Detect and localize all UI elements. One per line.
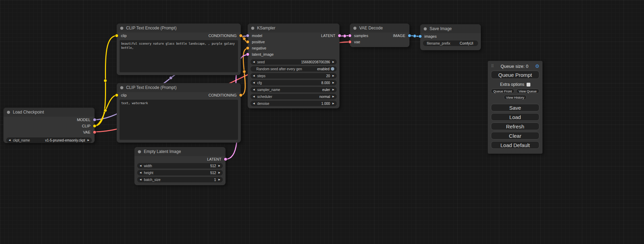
latent-slot-dot[interactable] bbox=[338, 34, 341, 37]
increment-arrow-icon[interactable]: ▶ bbox=[333, 80, 334, 85]
increment-arrow-icon[interactable]: ▶ bbox=[219, 177, 220, 182]
settings-gear-icon[interactable]: ⚙ bbox=[535, 63, 539, 69]
node-load-checkpoint[interactable]: Load Checkpoint MODEL CLIP VAE ◀ ckpt_na… bbox=[3, 108, 95, 143]
model-slot-dot[interactable] bbox=[246, 34, 249, 37]
widget-width[interactable]: ◀ width 512 ▶ bbox=[137, 163, 223, 169]
node-ksampler[interactable]: KSampler model LATENT positive negative … bbox=[248, 24, 339, 108]
conditioning-slot-dot[interactable] bbox=[239, 34, 242, 37]
widget-cfg[interactable]: ◀ cfg 8.000 ▶ bbox=[250, 80, 337, 85]
comfyui-graph-canvas[interactable]: { "colors": { "model": "#B39DDB", "clip"… bbox=[0, 0, 644, 244]
latent-slot-dot[interactable] bbox=[224, 158, 227, 161]
node-clip-text-encode-negative[interactable]: CLIP Text Encode (Prompt) clip CONDITION… bbox=[117, 83, 241, 143]
latent-slot-dot[interactable] bbox=[246, 53, 249, 56]
node-clip-text-encode-positive[interactable]: CLIP Text Encode (Prompt) clip CONDITION… bbox=[117, 24, 241, 75]
widget-filename-prefix[interactable]: filename_prefix ComfyUI bbox=[423, 40, 478, 46]
conditioning-slot-dot[interactable] bbox=[246, 47, 249, 49]
prompt-text-input[interactable]: beautiful scenery nature glass bottle la… bbox=[120, 40, 238, 72]
combo-right-arrow-icon[interactable]: ▶ bbox=[333, 94, 334, 99]
combo-left-arrow-icon[interactable]: ◀ bbox=[253, 94, 255, 99]
node-title-bar[interactable]: Load Checkpoint bbox=[3, 108, 95, 117]
load-button[interactable]: Load bbox=[491, 113, 539, 121]
widget-label: scheduler bbox=[257, 95, 272, 99]
image-slot-dot[interactable] bbox=[408, 34, 411, 37]
widget-batch-size[interactable]: ◀ batch_size 1 ▶ bbox=[137, 177, 223, 182]
load-default-button[interactable]: Load Default bbox=[491, 141, 539, 149]
queue-menu-panel: ⠿ Queue size: 0 ⚙ Queue Prompt Extra opt… bbox=[488, 61, 542, 154]
output-slot-latent: LATENT bbox=[134, 156, 226, 162]
clip-slot-dot[interactable] bbox=[115, 34, 118, 37]
conditioning-slot-dot[interactable] bbox=[246, 40, 249, 43]
collapse-dot-icon[interactable] bbox=[120, 86, 123, 89]
node-empty-latent-image[interactable]: Empty Latent Image LATENT ◀ width 512 ▶ … bbox=[134, 147, 226, 185]
node-title-bar[interactable]: CLIP Text Encode (Prompt) bbox=[117, 24, 241, 33]
extra-options-row: Extra options bbox=[491, 82, 539, 87]
view-queue-button[interactable]: View Queue bbox=[516, 89, 540, 93]
input-label: latent_image bbox=[252, 51, 274, 57]
node-title-bar[interactable]: VAE Decode bbox=[350, 24, 409, 33]
prompt-text-input[interactable]: text, watermark bbox=[120, 100, 238, 140]
widget-height[interactable]: ◀ height 512 ▶ bbox=[137, 170, 223, 175]
increment-arrow-icon[interactable]: ▶ bbox=[333, 59, 334, 65]
spacer bbox=[491, 101, 539, 104]
queue-front-button[interactable]: Queue Front bbox=[491, 89, 514, 93]
input-slot-negative: negative bbox=[248, 45, 339, 51]
decrement-arrow-icon[interactable]: ◀ bbox=[253, 80, 255, 85]
decrement-arrow-icon[interactable]: ◀ bbox=[140, 170, 141, 175]
combo-left-arrow-icon[interactable]: ◀ bbox=[9, 137, 10, 143]
widget-ckpt-name[interactable]: ◀ ckpt_name v1-5-pruned-emaonly.ckpt ▶ bbox=[6, 137, 92, 143]
clip-slot-dot[interactable] bbox=[93, 125, 96, 127]
widget-denoise[interactable]: ◀ denoise 1.000 ▶ bbox=[250, 101, 337, 106]
increment-arrow-icon[interactable]: ▶ bbox=[333, 101, 334, 106]
widget-seed[interactable]: ◀ seed 156680208700286 ▶ bbox=[250, 59, 337, 65]
clear-button[interactable]: Clear bbox=[491, 132, 539, 139]
combo-left-arrow-icon[interactable]: ◀ bbox=[253, 87, 255, 92]
vae-slot-dot[interactable] bbox=[349, 40, 351, 43]
drag-handle-icon[interactable]: ⠿ bbox=[491, 64, 494, 69]
increment-arrow-icon[interactable]: ▶ bbox=[333, 73, 334, 79]
collapse-dot-icon[interactable] bbox=[353, 27, 356, 30]
node-title-bar[interactable]: Empty Latent Image bbox=[134, 147, 226, 156]
node-title-bar[interactable]: KSampler bbox=[248, 24, 339, 33]
latent-slot-dot[interactable] bbox=[349, 34, 351, 37]
decrement-arrow-icon[interactable]: ◀ bbox=[253, 73, 255, 79]
link-clip-positive bbox=[94, 36, 117, 126]
extra-options-checkbox[interactable] bbox=[527, 83, 530, 87]
node-title-bar[interactable]: CLIP Text Encode (Prompt) bbox=[117, 83, 241, 92]
decrement-arrow-icon[interactable]: ◀ bbox=[140, 177, 141, 182]
queue-prompt-button[interactable]: Queue Prompt bbox=[491, 71, 539, 79]
collapse-dot-icon[interactable] bbox=[7, 111, 10, 114]
collapse-dot-icon[interactable] bbox=[120, 27, 123, 30]
view-history-button[interactable]: View History bbox=[504, 95, 527, 100]
input-slot-latent-image: latent_image bbox=[248, 51, 339, 57]
refresh-button[interactable]: Refresh bbox=[491, 123, 539, 130]
widget-steps[interactable]: ◀ steps 20 ▶ bbox=[250, 73, 337, 79]
collapse-dot-icon[interactable] bbox=[251, 27, 254, 30]
output-label: IMAGE bbox=[393, 33, 405, 39]
widget-scheduler[interactable]: ◀ scheduler normal ▶ bbox=[250, 94, 337, 99]
widget-label: cfg bbox=[257, 81, 262, 85]
decrement-arrow-icon[interactable]: ◀ bbox=[253, 59, 255, 65]
combo-right-arrow-icon[interactable]: ▶ bbox=[333, 87, 334, 92]
decrement-arrow-icon[interactable]: ◀ bbox=[140, 163, 141, 169]
increment-arrow-icon[interactable]: ▶ bbox=[219, 163, 220, 169]
combo-right-arrow-icon[interactable]: ▶ bbox=[88, 137, 89, 143]
collapse-dot-icon[interactable] bbox=[424, 27, 427, 30]
node-vae-decode[interactable]: VAE Decode samples IMAGE vae bbox=[350, 24, 409, 47]
collapse-dot-icon[interactable] bbox=[138, 150, 141, 153]
node-save-image[interactable]: Save Image images filename_prefix ComfyU… bbox=[420, 24, 481, 50]
clip-slot-dot[interactable] bbox=[115, 94, 118, 97]
vae-slot-dot[interactable] bbox=[93, 131, 96, 134]
conditioning-slot-dot[interactable] bbox=[239, 94, 242, 97]
widget-sampler-name[interactable]: ◀ sampler_name euler ▶ bbox=[250, 87, 337, 92]
save-button[interactable]: Save bbox=[491, 104, 539, 111]
model-slot-dot[interactable] bbox=[93, 118, 96, 121]
widget-label: height bbox=[144, 171, 153, 175]
toggle-knob-icon[interactable] bbox=[331, 67, 334, 71]
widget-random-seed-toggle[interactable]: Random seed after every gen enabled bbox=[250, 66, 337, 72]
slot-row-samples-image: samples IMAGE bbox=[350, 33, 409, 39]
decrement-arrow-icon[interactable]: ◀ bbox=[253, 101, 255, 106]
node-title-bar[interactable]: Save Image bbox=[420, 24, 481, 33]
input-label: clip bbox=[121, 92, 127, 98]
image-slot-dot[interactable] bbox=[419, 35, 422, 38]
increment-arrow-icon[interactable]: ▶ bbox=[219, 170, 220, 175]
